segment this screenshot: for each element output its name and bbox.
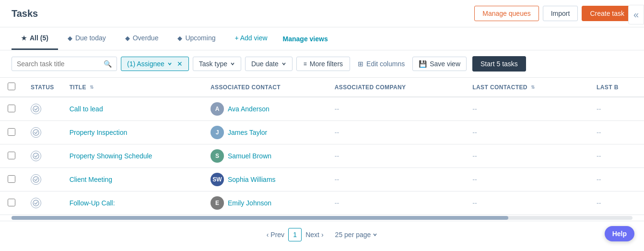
table-row: Call to lead A Ava Anderson -- -- -- xyxy=(0,97,644,121)
header-status: STATUS xyxy=(23,78,62,97)
row-contact-3: S Samuel Brown xyxy=(203,144,327,168)
last-contacted-col-label: LAST CONTACTED xyxy=(472,84,527,91)
table-row: Follow-Up Call: E Emily Johnson -- -- -- xyxy=(0,191,644,215)
task-type-chevron-icon xyxy=(230,61,235,66)
row-checkbox-1[interactable] xyxy=(8,105,15,112)
tab-overdue[interactable]: ◆ Overdue xyxy=(116,27,168,50)
row-checkbox-cell xyxy=(0,97,23,121)
task-title-link-3[interactable]: Property Showing Schedule xyxy=(70,152,152,160)
row-checkbox-3[interactable] xyxy=(8,152,15,159)
assignee-filter-label: (1) Assignee xyxy=(127,60,164,68)
row-checkbox-4[interactable] xyxy=(8,175,15,183)
task-title-link-5[interactable]: Follow-Up Call: xyxy=(70,199,115,207)
save-view-label: Save view xyxy=(430,60,460,68)
company-col-label: ASSOCIATED COMPANY xyxy=(335,84,406,91)
last-b-col-label: LAST B xyxy=(597,84,619,91)
page-title: Tasks xyxy=(12,8,38,19)
row-last-b-2: -- xyxy=(589,121,644,144)
status-col-label: STATUS xyxy=(31,84,54,91)
header-title[interactable]: TITLE ⇅ xyxy=(62,78,203,97)
row-company-1: -- xyxy=(327,97,465,121)
edit-columns-button[interactable]: ⊞ Edit columns xyxy=(354,57,409,71)
header-contact: ASSOCIATED CONTACT xyxy=(203,78,327,97)
task-title-link-4[interactable]: Client Meeting xyxy=(70,176,113,183)
next-page-button[interactable]: Next › xyxy=(305,231,323,239)
assignee-chevron-icon xyxy=(167,61,172,66)
title-col-label: TITLE xyxy=(70,84,86,91)
contact-link-3[interactable]: Samuel Brown xyxy=(228,152,271,160)
avatar-4: SW xyxy=(211,173,224,186)
status-icon-5[interactable] xyxy=(31,198,41,208)
more-filters-button[interactable]: ≡ More filters xyxy=(296,57,350,71)
row-contact-1: A Ava Anderson xyxy=(203,97,327,121)
horizontal-scrollbar[interactable] xyxy=(0,215,644,221)
import-button[interactable]: Import xyxy=(543,6,578,21)
prev-page-button[interactable]: ‹ Prev xyxy=(267,231,284,239)
tab-upcoming[interactable]: ◆ Upcoming xyxy=(168,27,225,50)
help-button[interactable]: Help xyxy=(605,226,634,241)
filter-bar: 🔍 (1) Assignee ✕ Task type Due date ≡ Mo… xyxy=(0,50,644,78)
row-checkbox-5[interactable] xyxy=(8,199,15,206)
row-last-contacted-4: -- xyxy=(465,168,589,191)
status-icon-4[interactable] xyxy=(31,174,41,185)
contact-link-2[interactable]: James Taylor xyxy=(228,129,267,136)
save-icon: 💾 xyxy=(419,60,427,68)
tab-overdue-icon: ◆ xyxy=(125,35,130,42)
tab-add-view[interactable]: + Add view xyxy=(225,27,277,50)
save-view-button[interactable]: 💾 Save view xyxy=(412,57,467,71)
svg-point-0 xyxy=(33,106,39,112)
header-company: ASSOCIATED COMPANY xyxy=(327,78,465,97)
scroll-thumb[interactable] xyxy=(12,216,508,220)
assignee-clear-icon[interactable]: ✕ xyxy=(177,60,183,68)
task-type-filter-button[interactable]: Task type xyxy=(193,57,241,71)
next-arrow-icon: › xyxy=(321,231,324,239)
header-actions: Manage queues Import Create task xyxy=(474,6,632,21)
select-all-checkbox[interactable] xyxy=(8,83,15,90)
status-icon-2[interactable] xyxy=(31,127,41,138)
per-page-label: 25 per page xyxy=(335,231,371,239)
tab-due-today[interactable]: ◆ Due today xyxy=(58,27,116,50)
contact-link-4[interactable]: Sophia Williams xyxy=(228,176,276,183)
title-sort-icon[interactable]: ⇅ xyxy=(90,84,94,90)
search-icon: 🔍 xyxy=(104,60,112,68)
table-body: Call to lead A Ava Anderson -- -- -- xyxy=(0,97,644,215)
row-title-2: Property Inspection xyxy=(62,121,203,144)
row-title-5: Follow-Up Call: xyxy=(62,191,203,215)
row-checkbox-cell xyxy=(0,191,23,215)
table-row: Client Meeting SW Sophia Williams -- -- … xyxy=(0,168,644,191)
due-date-chevron-icon xyxy=(281,61,286,66)
last-contacted-sort-icon[interactable]: ⇅ xyxy=(531,84,535,90)
contact-link-5[interactable]: Emily Johnson xyxy=(228,199,271,207)
task-title-link-2[interactable]: Property Inspection xyxy=(70,129,128,136)
contact-link-1[interactable]: Ava Anderson xyxy=(228,105,269,113)
more-filters-label: More filters xyxy=(310,60,343,68)
start-tasks-button[interactable]: Start 5 tasks xyxy=(472,56,526,72)
page-number[interactable]: 1 xyxy=(288,228,302,241)
row-contact-5: E Emily Johnson xyxy=(203,191,327,215)
columns-icon: ⊞ xyxy=(358,60,363,68)
per-page-selector[interactable]: 25 per page xyxy=(335,231,378,239)
next-label: Next xyxy=(305,231,319,239)
row-last-b-4: -- xyxy=(589,168,644,191)
tab-upcoming-icon: ◆ xyxy=(177,35,182,42)
avatar-1: A xyxy=(211,102,224,116)
tab-all-label: All (5) xyxy=(30,34,48,42)
row-company-4: -- xyxy=(327,168,465,191)
row-status-5 xyxy=(23,191,62,215)
tab-manage-views[interactable]: Manage views xyxy=(277,28,334,49)
due-date-filter-button[interactable]: Due date xyxy=(245,57,293,71)
search-box[interactable]: 🔍 xyxy=(12,57,117,71)
search-input[interactable] xyxy=(17,60,101,68)
header-last-contacted[interactable]: LAST CONTACTED ⇅ xyxy=(465,78,589,97)
avatar-2: J xyxy=(211,126,224,139)
tab-all[interactable]: ★ All (5) xyxy=(12,27,58,50)
assignee-filter-button[interactable]: (1) Assignee ✕ xyxy=(121,57,189,71)
status-icon-3[interactable] xyxy=(31,151,41,161)
status-icon-1[interactable] xyxy=(31,104,41,114)
due-date-label: Due date xyxy=(251,60,279,68)
manage-queues-button[interactable]: Manage queues xyxy=(474,6,539,21)
collapse-icon[interactable]: « xyxy=(628,5,644,24)
create-task-button[interactable]: Create task xyxy=(582,6,632,21)
row-checkbox-2[interactable] xyxy=(8,128,15,136)
task-title-link-1[interactable]: Call to lead xyxy=(70,105,103,113)
